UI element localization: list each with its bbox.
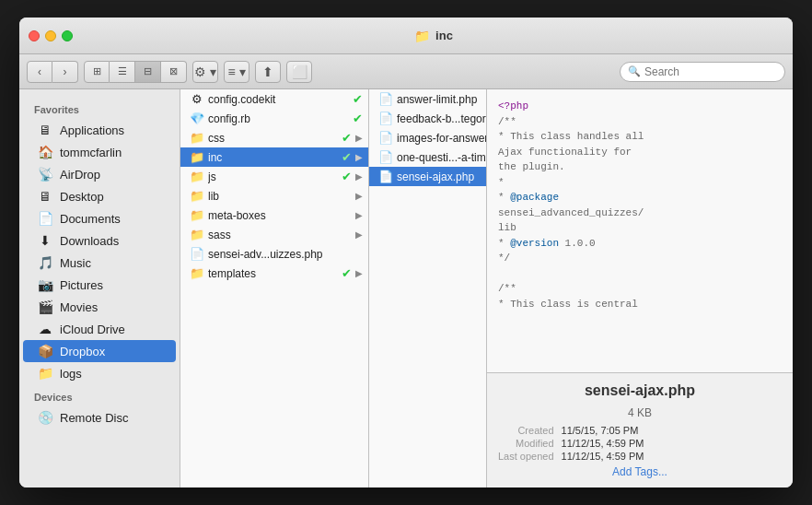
file-item[interactable]: 📁 js ✔ ▶ (180, 167, 368, 186)
folder-icon: 📁 (190, 208, 204, 222)
search-input[interactable] (644, 65, 777, 78)
sidebar-item-label: logs (60, 367, 82, 381)
arrange-button[interactable]: ≡ ▾ (224, 61, 249, 83)
icloud-icon: ☁ (38, 322, 52, 336)
cover-view-button[interactable]: ⊠ (161, 61, 187, 83)
file-item[interactable]: 📄 sensei-adv...uizzes.php (180, 244, 368, 264)
sidebar-item-dropbox[interactable]: 📦 Dropbox (23, 340, 176, 362)
icon-view-button[interactable]: ⊞ (84, 61, 110, 83)
sidebar-item-label: AirDrop (60, 168, 100, 182)
title-folder-icon: 📁 (414, 29, 430, 43)
close-button[interactable] (29, 30, 40, 41)
preview-code: <?php /** * This class handles all Ajax … (487, 89, 793, 372)
sidebar-item-label: tommcfarlin (60, 146, 122, 159)
window-title: 📁 inc (84, 29, 783, 43)
minimize-button[interactable] (45, 30, 56, 41)
file-item[interactable]: 💎 config.rb ✔ (180, 109, 368, 128)
sidebar-item-documents[interactable]: 📄 Documents (23, 207, 176, 229)
folder-icon: 📁 (190, 131, 204, 145)
file-item[interactable]: ⚙ config.codekit ✔ (180, 89, 368, 109)
list-view-button[interactable]: ☰ (110, 61, 135, 83)
preview-pane: <?php /** * This class handles all Ajax … (487, 89, 793, 487)
sidebar-item-label: Remote Disc (60, 411, 128, 425)
file-item[interactable]: 📄 one-questi...-a-time.php ✔ (369, 147, 487, 167)
check-icon: ✔ (342, 170, 352, 183)
file-item[interactable]: 📁 templates ✔ ▶ (180, 264, 368, 283)
sidebar-item-downloads[interactable]: ⬇ Downloads (23, 229, 176, 252)
folder-icon: 📁 (190, 150, 204, 164)
file-columns: ⚙ config.codekit ✔ 💎 config.rb ✔ 📁 css ✔… (180, 89, 487, 487)
share-button[interactable]: ⬆ (255, 61, 281, 83)
file-item[interactable]: 📁 css ✔ ▶ (180, 128, 368, 147)
file-name: one-questi...-a-time.php (397, 151, 487, 164)
sidebar-item-icloud[interactable]: ☁ iCloud Drive (23, 318, 176, 340)
downloads-icon: ⬇ (38, 233, 52, 248)
main-content: Favorites 🖥 Applications 🏠 tommcfarlin 📡… (19, 89, 793, 487)
preview-filename: sensei-ajax.php (498, 382, 782, 399)
arrow-icon: ▶ (355, 133, 363, 143)
file-item[interactable]: 📄 answer-limit.php ✔ (369, 89, 487, 109)
file-icon: 💎 (190, 112, 204, 125)
sidebar-item-applications[interactable]: 🖥 Applications (23, 119, 176, 141)
sidebar-item-desktop[interactable]: 🖥 Desktop (23, 185, 176, 207)
arrow-icon: ▶ (355, 171, 363, 182)
sidebar-item-tommcfarlin[interactable]: 🏠 tommcfarlin (23, 141, 176, 163)
preview-meta: Created 11/5/15, 7:05 PM Modified 11/12/… (498, 425, 782, 462)
file-icon: 📄 (190, 247, 204, 261)
sidebar-item-remote-disc[interactable]: 💿 Remote Disc (23, 406, 176, 429)
desktop-icon: 🖥 (38, 189, 52, 204)
add-tags-button[interactable]: Add Tags... (498, 465, 782, 478)
file-item[interactable]: 📄 sensei-ajax.php ✔ (369, 167, 487, 186)
file-name: inc (208, 151, 338, 164)
airdrop-icon: 📡 (38, 167, 52, 182)
file-item[interactable]: 📁 meta-boxes ▶ (180, 206, 368, 225)
window-buttons (29, 30, 73, 41)
file-column-2: 📄 answer-limit.php ✔ 📄 feedback-b...tego… (369, 89, 487, 487)
documents-icon: 📄 (38, 211, 52, 226)
file-item[interactable]: 📁 inc ✔ ▶ (180, 147, 368, 167)
logs-icon: 📁 (38, 366, 52, 381)
movies-icon: 🎬 (38, 299, 52, 314)
last-opened-value: 11/12/15, 4:59 PM (562, 451, 782, 462)
sidebar-item-logs[interactable]: 📁 logs (23, 362, 176, 384)
pictures-icon: 📷 (38, 277, 52, 292)
folder-icon: 📁 (190, 170, 204, 183)
file-name: images-for-answers.php (397, 132, 487, 145)
sidebar-item-label: Pictures (60, 278, 103, 292)
view-buttons: ⊞ ☰ ⊟ ⊠ (84, 61, 187, 83)
last-opened-label: Last opened (498, 451, 554, 462)
sidebar-item-label: iCloud Drive (60, 323, 125, 336)
back-button[interactable]: ‹ (27, 61, 52, 83)
sidebar-item-label: Desktop (60, 190, 104, 204)
sidebar-item-label: Downloads (60, 234, 119, 248)
file-item[interactable]: 📄 images-for-answers.php ✔ (369, 128, 487, 147)
file-item[interactable]: 📁 sass ▶ (180, 225, 368, 244)
search-box[interactable]: 🔍 (620, 62, 785, 82)
forward-button[interactable]: › (52, 61, 78, 83)
applications-icon: 🖥 (38, 123, 52, 137)
file-icon: 📄 (378, 112, 393, 125)
created-label: Created (498, 425, 554, 436)
arrow-icon: ▶ (355, 210, 363, 220)
disc-icon: 💿 (38, 410, 52, 425)
arrow-icon: ▶ (355, 268, 363, 278)
sidebar-item-pictures[interactable]: 📷 Pictures (23, 274, 176, 296)
check-icon: ✔ (353, 112, 363, 125)
file-name: feedback-b...tegory.php (397, 112, 487, 125)
action-button[interactable]: ⚙ ▾ (192, 61, 218, 83)
sidebar: Favorites 🖥 Applications 🏠 tommcfarlin 📡… (19, 89, 180, 487)
file-item[interactable]: 📄 feedback-b...tegory.php ✔ (369, 109, 487, 128)
finder-window: 📁 inc ‹ › ⊞ ☰ ⊟ ⊠ ⚙ ▾ ≡ ▾ ⬆ ⬜ 🔍 Favorite… (19, 18, 793, 487)
folder-icon: 📁 (190, 266, 204, 280)
maximize-button[interactable] (62, 30, 73, 41)
file-item[interactable]: 📁 lib ▶ (180, 186, 368, 206)
sidebar-item-music[interactable]: 🎵 Music (23, 252, 176, 274)
column-view-button[interactable]: ⊟ (135, 61, 161, 83)
titlebar: 📁 inc (19, 18, 793, 54)
toolbar: ‹ › ⊞ ☰ ⊟ ⊠ ⚙ ▾ ≡ ▾ ⬆ ⬜ 🔍 (19, 54, 793, 89)
sidebar-item-movies[interactable]: 🎬 Movies (23, 296, 176, 318)
check-icon: ✔ (342, 266, 352, 280)
tag-button[interactable]: ⬜ (286, 61, 312, 83)
home-icon: 🏠 (38, 145, 52, 159)
sidebar-item-airdrop[interactable]: 📡 AirDrop (23, 163, 176, 185)
